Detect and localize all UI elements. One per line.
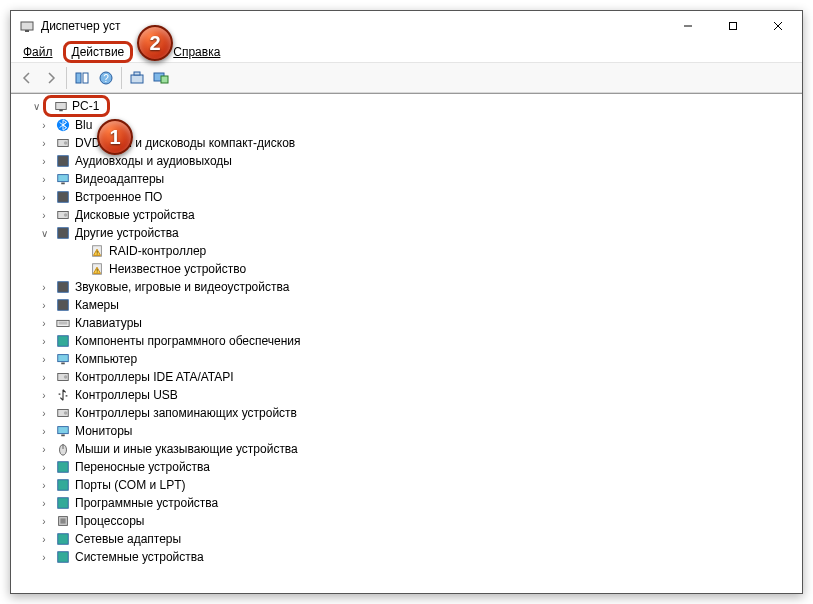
category-label: Системные устройства [75,550,204,564]
category-label: Компоненты программного обеспечения [75,334,301,348]
expand-icon[interactable]: › [37,424,51,438]
disk-icon [55,207,71,223]
tree-category[interactable]: ›Компоненты программного обеспечения [15,332,802,350]
tree-root[interactable]: ∨ PC-1 [15,96,802,116]
device-label: RAID-контроллер [109,244,206,258]
svg-point-41 [64,375,68,379]
menu-file[interactable]: Файл [15,43,61,61]
expand-icon[interactable]: › [37,352,51,366]
tree-category[interactable]: ›Сетевые адаптеры [15,530,802,548]
svg-text:?: ? [103,73,109,84]
device-label: Неизвестное устройство [109,262,246,276]
tree-category[interactable]: ∨Другие устройства [15,224,802,242]
tree-category[interactable]: ›DVD воды и дисководы компакт-дисков [15,134,802,152]
expand-icon[interactable]: ∨ [29,99,43,113]
usb-icon [55,387,71,403]
category-label: Процессоры [75,514,145,528]
svg-rect-0 [21,22,33,30]
svg-rect-49 [58,480,69,491]
toolbar-help-button[interactable]: ? [94,66,118,90]
window-title: Диспетчер уст [41,19,665,33]
category-label: Дисковые устройства [75,208,195,222]
expand-icon[interactable]: ∨ [37,226,51,240]
tree-category[interactable]: ›Звуковые, игровые и видеоустройства [15,278,802,296]
expand-icon[interactable]: › [37,496,51,510]
tree-category[interactable]: ›Дисковые устройства [15,206,802,224]
expand-icon[interactable]: › [37,514,51,528]
maximize-button[interactable] [710,12,755,41]
tree-category[interactable]: ›Видеоадаптеры [15,170,802,188]
expand-icon[interactable]: › [37,298,51,312]
expand-icon[interactable]: › [37,478,51,492]
other-icon [55,225,71,241]
svg-rect-20 [58,175,69,182]
tree-category[interactable]: ›Blu [15,116,802,134]
tree-category[interactable]: ›Контроллеры IDE ATA/ATAPI [15,368,802,386]
svg-point-24 [64,213,68,217]
tree-category[interactable]: ›Программные устройства [15,494,802,512]
net-icon [55,531,71,547]
svg-rect-38 [58,355,69,362]
expand-icon[interactable]: › [37,532,51,546]
expand-icon[interactable]: › [37,316,51,330]
tree-device[interactable]: !RAID-контроллер [15,242,802,260]
tree-category[interactable]: ›Порты (COM и LPT) [15,476,802,494]
menu-help[interactable]: Справка [165,43,228,61]
expand-icon[interactable]: › [37,118,51,132]
tree-category[interactable]: ›Системные устройства [15,548,802,566]
toolbar-scan-button[interactable] [125,66,149,90]
category-label: Мыши и иные указывающие устройства [75,442,298,456]
expand-icon[interactable]: › [37,460,51,474]
expand-icon[interactable]: › [37,172,51,186]
cpu-icon [55,513,71,529]
svg-point-18 [64,141,68,145]
expand-icon[interactable]: › [37,388,51,402]
expand-icon[interactable]: › [37,550,51,564]
expand-icon[interactable]: › [37,370,51,384]
tree-category[interactable]: ›Клавиатуры [15,314,802,332]
nav-forward-button[interactable] [39,66,63,90]
tree-category[interactable]: ›Встроенное ПО [15,188,802,206]
svg-rect-6 [76,73,81,83]
expand-icon[interactable]: › [37,442,51,456]
tree-category[interactable]: ›Компьютер [15,350,802,368]
softdev-icon [55,495,71,511]
minimize-button[interactable] [665,12,710,41]
svg-rect-54 [58,552,69,563]
tree-category[interactable]: ›Аудиовходы и аудиовыходы [15,152,802,170]
expand-icon[interactable]: › [37,208,51,222]
svg-point-43 [64,411,68,415]
mouse-icon [55,441,71,457]
expand-icon[interactable]: › [37,190,51,204]
category-label: Компьютер [75,352,137,366]
toolbar-show-tree-button[interactable] [70,66,94,90]
tree-category[interactable]: ›Переносные устройства [15,458,802,476]
annotation-badge-2: 2 [137,25,173,61]
root-label: PC-1 [72,98,99,114]
nav-back-button[interactable] [15,66,39,90]
expand-icon[interactable]: › [37,154,51,168]
category-label: Сетевые адаптеры [75,532,181,546]
tree-device[interactable]: !Неизвестное устройство [15,260,802,278]
warn-icon: ! [89,243,105,259]
category-label: Мониторы [75,424,132,438]
tree-category[interactable]: ›Мониторы [15,422,802,440]
toolbar-devices-button[interactable] [149,66,173,90]
tree-category[interactable]: ›Контроллеры запоминающих устройств [15,404,802,422]
expand-icon[interactable]: › [37,280,51,294]
ide-icon [55,369,71,385]
expand-icon[interactable]: › [37,334,51,348]
expand-icon[interactable]: › [37,406,51,420]
svg-rect-10 [131,75,143,83]
monitor-icon [55,423,71,439]
menu-action[interactable]: Действие [63,41,134,63]
device-tree[interactable]: ∨ PC-1 ›Blu›DVD воды и дисководы компакт… [11,94,802,593]
camera-icon [55,297,71,313]
tree-category[interactable]: ›Мыши и иные указывающие устройства [15,440,802,458]
close-button[interactable] [755,12,800,41]
tree-category[interactable]: ›Камеры [15,296,802,314]
tree-category[interactable]: ›Процессоры [15,512,802,530]
svg-rect-11 [134,72,140,75]
expand-icon[interactable]: › [37,136,51,150]
tree-category[interactable]: ›Контроллеры USB [15,386,802,404]
